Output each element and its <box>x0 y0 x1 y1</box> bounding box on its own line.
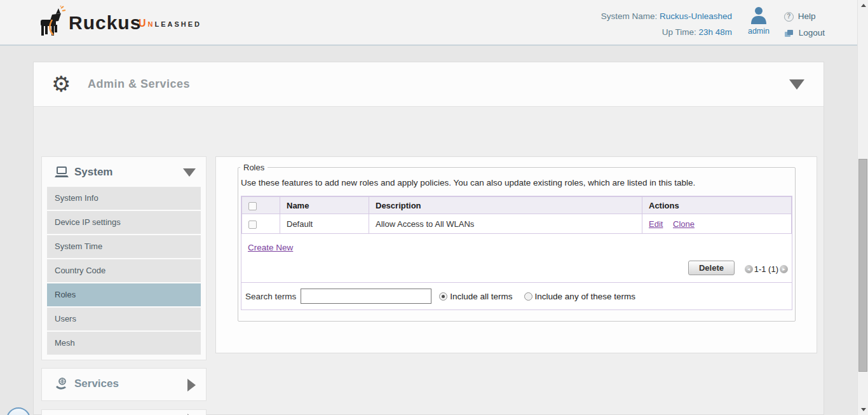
row-checkbox[interactable] <box>248 221 257 229</box>
roles-fieldset: Roles Use these features to add new role… <box>238 163 796 322</box>
pagination: ◄ 1-1 (1) ► <box>745 264 788 274</box>
gear-icon: ⚙ <box>51 71 71 97</box>
radio-include-any-terms[interactable] <box>524 292 532 301</box>
page-scrollbar <box>857 0 868 415</box>
admin-services-header: ⚙ Admin & Services <box>34 62 824 107</box>
role-description-cell: Allow Access to All WLANs <box>369 214 642 234</box>
edit-link[interactable]: Edit <box>649 219 663 229</box>
radio-include-all-terms[interactable] <box>439 292 447 301</box>
scrollbar-thumb[interactable] <box>858 159 867 372</box>
table-toolbar: Create New Delete ◄ 1-1 (1) ► <box>241 234 792 282</box>
floating-help-bubble[interactable] <box>6 407 31 415</box>
sidebar-services-header[interactable]: Services <box>42 369 206 398</box>
panel-collapse-chevron-down-icon[interactable] <box>789 79 804 90</box>
pagination-prev-icon[interactable]: ◄ <box>745 265 753 273</box>
search-input[interactable] <box>301 289 431 304</box>
ruckus-dog-icon <box>33 6 66 40</box>
admin-user-menu[interactable]: admin <box>743 5 774 36</box>
help-link[interactable]: ? Help <box>784 8 825 25</box>
pagination-next-icon[interactable]: ► <box>780 265 788 273</box>
system-collapse-chevron-down-icon[interactable] <box>183 168 196 177</box>
roles-content-card: Roles Use these features to add new role… <box>215 156 817 353</box>
logout-label: Logout <box>799 25 825 41</box>
system-info-block: System Name: Ruckus-Unleashed Up Time: 2… <box>601 8 732 40</box>
brand-logo: Ruckus <box>33 5 141 41</box>
sidebar-system-items: System Info Device IP settings System Ti… <box>42 187 206 355</box>
sidebar-item-system-time[interactable]: System Time <box>47 235 201 258</box>
search-label: Search terms <box>245 292 296 301</box>
role-name-cell: Default <box>280 214 369 234</box>
radio-any-label: Include any of these terms <box>535 292 635 301</box>
create-new-link[interactable]: Create New <box>248 243 293 252</box>
pagination-text: 1-1 (1) <box>754 264 778 274</box>
sidebar-section-stub[interactable] <box>41 409 207 415</box>
system-name-value: Ruckus-Unleashed <box>660 11 732 21</box>
sidebar-system-header[interactable]: System <box>42 157 206 187</box>
roles-legend: Roles <box>240 163 268 172</box>
services-expand-chevron-right-icon[interactable] <box>187 379 196 391</box>
scrollbar-down-button[interactable] <box>858 404 868 415</box>
user-avatar-icon <box>749 5 768 24</box>
uptime-row: Up Time: 23h 48m <box>601 24 732 40</box>
help-label: Help <box>798 8 816 25</box>
radio-all-label: Include all terms <box>450 292 512 301</box>
delete-button[interactable]: Delete <box>688 261 735 275</box>
system-name-label: System Name: <box>601 11 658 21</box>
user-name-label: admin <box>743 27 774 36</box>
sidebar-item-system-info[interactable]: System Info <box>47 187 201 210</box>
logout-link[interactable]: Logout <box>784 25 825 41</box>
sidebar-item-device-ip-settings[interactable]: Device IP settings <box>47 211 201 234</box>
search-row: Search terms Include all terms Include a… <box>241 282 792 310</box>
uptime-value: 23h 48m <box>698 27 732 37</box>
admin-services-panel: ⚙ Admin & Services System System Info De… <box>33 62 824 415</box>
brand-name: Ruckus <box>69 12 141 34</box>
table-header-row: Name Description Actions <box>242 197 792 214</box>
roles-grid: Name Description Actions Default Allow A… <box>241 196 792 310</box>
scrollbar-up-button[interactable] <box>858 0 868 11</box>
sidebar-section-services: Services <box>41 368 207 401</box>
column-header-description: Description <box>369 197 642 214</box>
select-all-checkbox[interactable] <box>248 202 257 210</box>
system-name-row: System Name: Ruckus-Unleashed <box>601 8 732 24</box>
help-icon: ? <box>784 12 794 22</box>
uptime-label: Up Time: <box>662 27 696 37</box>
page-title: Admin & Services <box>88 78 190 91</box>
sidebar-item-country-code[interactable]: Country Code <box>47 259 201 282</box>
top-header: Ruckus Unleashed System Name: Ruckus-Unl… <box>0 0 868 46</box>
clone-link[interactable]: Clone <box>673 219 695 229</box>
logout-icon <box>784 29 794 38</box>
ruckus-unleashed-admin-page: { "header": { "brand_name": "Ruckus", "t… <box>0 0 868 415</box>
tagline-prefix: Un <box>139 18 155 29</box>
roles-table: Name Description Actions Default Allow A… <box>241 196 792 234</box>
table-row-default: Default Allow Access to All WLANs Edit C… <box>242 214 792 234</box>
column-header-name: Name <box>280 197 369 214</box>
tagline-suffix: leashed <box>155 18 202 29</box>
role-actions-cell: Edit Clone <box>642 214 792 234</box>
services-hand-globe-icon <box>55 378 69 390</box>
sidebar-item-roles[interactable]: Roles <box>47 283 201 306</box>
sidebar-item-users[interactable]: Users <box>47 308 201 330</box>
laptop-icon <box>55 167 69 178</box>
sidebar-item-mesh[interactable]: Mesh <box>47 332 201 355</box>
roles-intro-text: Use these features to add new roles and … <box>241 178 794 187</box>
sidebar-services-label: Services <box>74 378 119 390</box>
brand-tagline: Unleashed <box>139 18 201 29</box>
column-header-actions: Actions <box>642 197 792 214</box>
sidebar-system-label: System <box>74 166 112 179</box>
sidebar-section-system: System System Info Device IP settings Sy… <box>41 156 207 360</box>
help-logout-block: ? Help Logout <box>784 8 825 41</box>
